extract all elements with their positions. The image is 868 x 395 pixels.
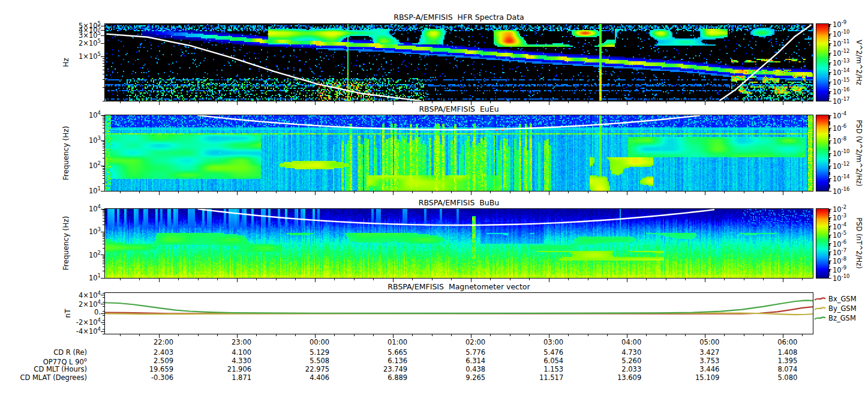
x-minor-tick — [139, 191, 140, 193]
y-minor-tick — [103, 63, 104, 64]
x-minor-tick — [276, 334, 277, 336]
x-minor-tick — [393, 191, 394, 193]
legend-label-by: By_GSM — [828, 304, 857, 313]
colorbar-minor-tick — [828, 169, 830, 169]
colorbar-minor-tick — [828, 219, 830, 220]
x-minor-tick — [354, 334, 355, 336]
x-minor-tick — [802, 191, 803, 193]
y-minor-tick — [103, 153, 104, 154]
x-minor-tick — [334, 191, 335, 193]
y-minor-tick — [103, 61, 104, 61]
colorbar-tick-label: 10-12 — [833, 48, 866, 58]
colorbar-minor-tick — [828, 255, 830, 256]
colorbar-minor-tick — [828, 50, 830, 50]
hfr-colorbar-canvas — [816, 24, 828, 101]
colorbar-tick-label: 10-8 — [833, 136, 866, 145]
legend-item-bx: Bx_GSM — [814, 295, 857, 303]
x-minor-tick — [198, 101, 199, 103]
y-minor-tick — [103, 87, 104, 88]
y-minor-tick — [103, 233, 104, 234]
colorbar-minor-tick — [828, 175, 830, 175]
colorbar-minor-tick — [828, 256, 830, 257]
colorbar-tick-label: 10-12 — [833, 161, 866, 170]
colorbar-minor-tick — [828, 64, 830, 65]
y-minor-tick — [103, 171, 104, 172]
y-tick-label: 102 — [55, 160, 101, 170]
colorbar-minor-tick — [828, 86, 830, 87]
colorbar-minor-tick — [828, 263, 830, 264]
colorbar-minor-tick — [828, 161, 830, 162]
colorbar-minor-tick — [828, 59, 830, 60]
x-minor-tick — [627, 279, 627, 280]
colorbar-tick-label: 10-16 — [833, 86, 866, 96]
colorbar-minor-tick — [828, 54, 830, 55]
x-minor-tick — [178, 334, 179, 336]
x-minor-tick — [588, 191, 588, 193]
colorbar-minor-tick — [828, 118, 830, 118]
ephemeris-cell: 4.730 — [584, 348, 641, 357]
y-minor-tick — [103, 70, 104, 70]
colorbar-minor-tick — [828, 181, 830, 181]
ephemeris-cell: 11.517 — [506, 373, 563, 382]
colorbar-minor-tick — [828, 153, 830, 154]
legend-item-by: By_GSM — [814, 304, 857, 313]
colorbar-minor-tick — [828, 76, 830, 76]
colorbar-minor-tick — [828, 35, 830, 35]
y-minor-tick — [103, 218, 104, 219]
y-major-tick — [101, 304, 104, 304]
colorbar-minor-tick — [828, 82, 830, 82]
time-label: 22:00 — [116, 338, 173, 346]
ephemeris-cell: -0.306 — [116, 373, 173, 382]
colorbar-tick-label: 10-10 — [833, 148, 866, 158]
y-minor-tick — [103, 166, 104, 167]
colorbar-minor-tick — [828, 155, 830, 156]
x-minor-tick — [549, 101, 549, 103]
x-minor-tick — [139, 334, 140, 336]
colorbar-tick-label: 10-10 — [833, 273, 866, 283]
ephemeris-cell: 5.508 — [272, 357, 329, 365]
ephemeris-cell: 23.749 — [350, 365, 407, 373]
y-minor-tick — [103, 158, 104, 158]
ephemeris-cell: 5.776 — [428, 348, 485, 357]
colorbar-minor-tick — [828, 45, 830, 46]
y-minor-tick — [103, 148, 104, 148]
colorbar-minor-tick — [828, 213, 830, 214]
colorbar-minor-tick — [828, 93, 830, 94]
ephemeris-cell: 1.871 — [194, 373, 251, 382]
time-label: 05:00 — [662, 338, 719, 346]
y-minor-tick — [103, 329, 104, 330]
y-minor-tick — [103, 128, 104, 128]
colorbar-minor-tick — [828, 258, 830, 258]
x-minor-tick — [705, 101, 705, 103]
colorbar-minor-tick — [828, 249, 830, 250]
y-minor-tick — [103, 121, 104, 121]
colorbar-tick — [828, 101, 831, 101]
colorbar-minor-tick — [828, 237, 830, 237]
magnetometer-canvas — [105, 293, 813, 334]
x-minor-tick — [217, 101, 218, 103]
colorbar-minor-tick — [828, 132, 830, 133]
y-major-tick — [101, 331, 104, 332]
y-minor-tick — [103, 169, 104, 170]
colorbar-minor-tick — [828, 26, 830, 27]
x-minor-tick — [334, 279, 335, 280]
colorbar-minor-tick — [828, 24, 830, 25]
ephemeris-cell: 4.330 — [194, 357, 251, 365]
x-minor-tick — [412, 334, 413, 336]
colorbar-minor-tick — [828, 254, 830, 255]
y-minor-tick — [103, 302, 104, 303]
x-minor-tick — [432, 191, 433, 193]
y-minor-tick — [103, 74, 104, 74]
x-minor-tick — [237, 334, 238, 336]
magnetometer-frame — [104, 292, 813, 334]
y-major-tick — [101, 295, 104, 295]
colorbar-minor-tick — [828, 134, 830, 134]
colorbar-minor-tick — [828, 136, 830, 137]
y-minor-tick — [103, 79, 104, 80]
colorbar-minor-tick — [828, 261, 830, 261]
y-minor-tick — [103, 150, 104, 151]
x-minor-tick — [432, 279, 433, 280]
x-minor-tick — [490, 334, 491, 336]
x-minor-tick — [393, 279, 394, 280]
y-minor-tick — [103, 235, 104, 236]
